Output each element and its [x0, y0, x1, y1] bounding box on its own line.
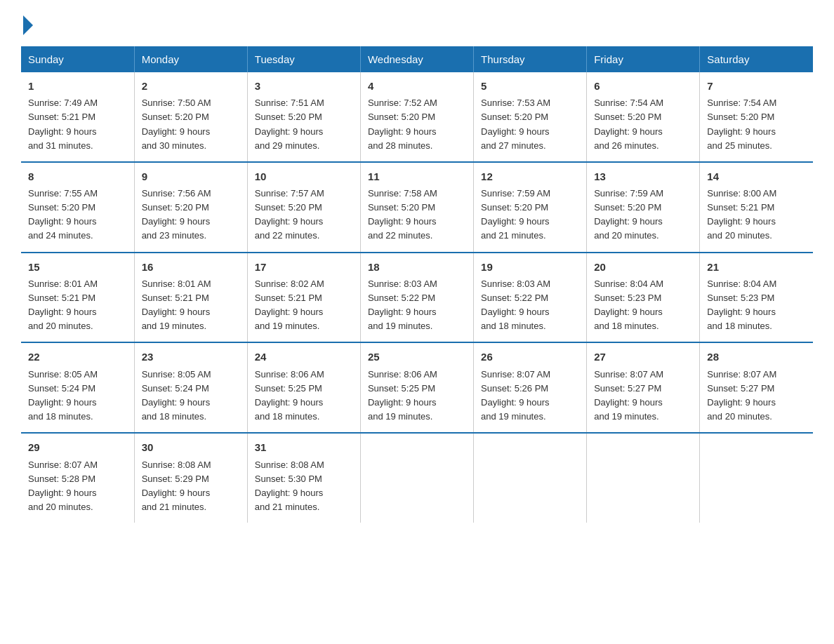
day-number: 1 — [28, 78, 127, 94]
day-info: Sunrise: 7:56 AM Sunset: 5:20 PM Dayligh… — [142, 187, 240, 243]
day-number: 6 — [594, 78, 692, 94]
day-number: 17 — [255, 259, 353, 275]
calendar-day-cell: 24Sunrise: 8:06 AM Sunset: 5:25 PM Dayli… — [247, 342, 360, 433]
day-info: Sunrise: 7:55 AM Sunset: 5:20 PM Dayligh… — [28, 187, 127, 243]
day-number: 11 — [368, 168, 466, 185]
calendar-day-cell: 14Sunrise: 8:00 AM Sunset: 5:21 PM Dayli… — [700, 162, 813, 253]
calendar-day-cell: 10Sunrise: 7:57 AM Sunset: 5:20 PM Dayli… — [247, 162, 360, 253]
day-number: 27 — [594, 349, 692, 365]
day-info: Sunrise: 7:57 AM Sunset: 5:20 PM Dayligh… — [255, 187, 353, 243]
calendar-day-cell: 20Sunrise: 8:04 AM Sunset: 5:23 PM Dayli… — [587, 253, 700, 343]
day-number: 5 — [481, 78, 579, 94]
calendar-week-row: 1Sunrise: 7:49 AM Sunset: 5:21 PM Daylig… — [21, 72, 813, 162]
calendar-day-cell: 13Sunrise: 7:59 AM Sunset: 5:20 PM Dayli… — [587, 162, 700, 253]
calendar-day-cell: 11Sunrise: 7:58 AM Sunset: 5:20 PM Dayli… — [360, 162, 473, 253]
day-number: 25 — [368, 349, 466, 365]
calendar-header-sunday: Sunday — [21, 46, 134, 72]
calendar-day-cell — [587, 433, 700, 523]
day-info: Sunrise: 8:06 AM Sunset: 5:25 PM Dayligh… — [368, 368, 466, 424]
day-number: 20 — [594, 259, 692, 275]
calendar-header-wednesday: Wednesday — [360, 46, 473, 72]
calendar-day-cell: 16Sunrise: 8:01 AM Sunset: 5:21 PM Dayli… — [134, 253, 247, 343]
calendar-day-cell: 25Sunrise: 8:06 AM Sunset: 5:25 PM Dayli… — [360, 342, 473, 433]
calendar-day-cell: 4Sunrise: 7:52 AM Sunset: 5:20 PM Daylig… — [360, 72, 473, 162]
day-number: 15 — [28, 259, 127, 275]
calendar-day-cell: 19Sunrise: 8:03 AM Sunset: 5:22 PM Dayli… — [474, 253, 587, 343]
day-info: Sunrise: 7:54 AM Sunset: 5:20 PM Dayligh… — [594, 96, 692, 153]
page-header — [21, 14, 813, 34]
calendar-day-cell: 26Sunrise: 8:07 AM Sunset: 5:26 PM Dayli… — [474, 342, 587, 433]
day-info: Sunrise: 8:07 AM Sunset: 5:27 PM Dayligh… — [707, 368, 806, 424]
logo — [21, 14, 33, 34]
day-number: 22 — [28, 349, 127, 365]
day-number: 18 — [368, 259, 466, 275]
calendar-header-thursday: Thursday — [474, 46, 587, 72]
calendar-header-friday: Friday — [587, 46, 700, 72]
logo-arrow-icon — [23, 15, 33, 35]
calendar-day-cell: 6Sunrise: 7:54 AM Sunset: 5:20 PM Daylig… — [587, 72, 700, 162]
day-info: Sunrise: 8:05 AM Sunset: 5:24 PM Dayligh… — [142, 368, 240, 424]
day-number: 31 — [255, 439, 353, 455]
day-number: 23 — [142, 349, 240, 365]
calendar-day-cell: 3Sunrise: 7:51 AM Sunset: 5:20 PM Daylig… — [247, 72, 360, 162]
day-number: 9 — [142, 168, 240, 185]
calendar-day-cell: 1Sunrise: 7:49 AM Sunset: 5:21 PM Daylig… — [21, 72, 134, 162]
calendar-day-cell: 27Sunrise: 8:07 AM Sunset: 5:27 PM Dayli… — [587, 342, 700, 433]
day-info: Sunrise: 8:04 AM Sunset: 5:23 PM Dayligh… — [594, 277, 692, 334]
calendar-day-cell: 15Sunrise: 8:01 AM Sunset: 5:21 PM Dayli… — [21, 253, 134, 343]
day-number: 3 — [255, 78, 353, 94]
calendar-table: SundayMondayTuesdayWednesdayThursdayFrid… — [21, 46, 813, 523]
day-number: 14 — [707, 168, 806, 185]
calendar-day-cell — [700, 433, 813, 523]
calendar-day-cell — [474, 433, 587, 523]
day-number: 28 — [707, 349, 806, 365]
calendar-day-cell: 23Sunrise: 8:05 AM Sunset: 5:24 PM Dayli… — [134, 342, 247, 433]
calendar-body: 1Sunrise: 7:49 AM Sunset: 5:21 PM Daylig… — [21, 72, 813, 523]
day-info: Sunrise: 7:58 AM Sunset: 5:20 PM Dayligh… — [368, 187, 466, 243]
day-info: Sunrise: 8:01 AM Sunset: 5:21 PM Dayligh… — [28, 277, 127, 334]
calendar-day-cell: 28Sunrise: 8:07 AM Sunset: 5:27 PM Dayli… — [700, 342, 813, 433]
day-info: Sunrise: 8:07 AM Sunset: 5:28 PM Dayligh… — [28, 458, 127, 515]
day-number: 4 — [368, 78, 466, 94]
day-number: 26 — [481, 349, 579, 365]
day-number: 13 — [594, 168, 692, 185]
calendar-day-cell: 22Sunrise: 8:05 AM Sunset: 5:24 PM Dayli… — [21, 342, 134, 433]
calendar-day-cell: 8Sunrise: 7:55 AM Sunset: 5:20 PM Daylig… — [21, 162, 134, 253]
calendar-day-cell: 17Sunrise: 8:02 AM Sunset: 5:21 PM Dayli… — [247, 253, 360, 343]
calendar-day-cell — [360, 433, 473, 523]
day-number: 16 — [142, 259, 240, 275]
day-number: 29 — [28, 439, 127, 455]
day-number: 24 — [255, 349, 353, 365]
day-info: Sunrise: 8:08 AM Sunset: 5:29 PM Dayligh… — [142, 458, 240, 515]
calendar-header-monday: Monday — [134, 46, 247, 72]
day-info: Sunrise: 8:07 AM Sunset: 5:27 PM Dayligh… — [594, 368, 692, 424]
day-info: Sunrise: 7:53 AM Sunset: 5:20 PM Dayligh… — [481, 96, 579, 153]
calendar-header-row: SundayMondayTuesdayWednesdayThursdayFrid… — [21, 46, 813, 72]
calendar-day-cell: 7Sunrise: 7:54 AM Sunset: 5:20 PM Daylig… — [700, 72, 813, 162]
calendar-week-row: 29Sunrise: 8:07 AM Sunset: 5:28 PM Dayli… — [21, 433, 813, 523]
calendar-header-saturday: Saturday — [700, 46, 813, 72]
day-info: Sunrise: 7:51 AM Sunset: 5:20 PM Dayligh… — [255, 96, 353, 153]
day-info: Sunrise: 8:03 AM Sunset: 5:22 PM Dayligh… — [368, 277, 466, 334]
day-info: Sunrise: 8:07 AM Sunset: 5:26 PM Dayligh… — [481, 368, 579, 424]
day-number: 12 — [481, 168, 579, 185]
day-number: 2 — [142, 78, 240, 94]
day-number: 10 — [255, 168, 353, 185]
day-info: Sunrise: 8:03 AM Sunset: 5:22 PM Dayligh… — [481, 277, 579, 334]
calendar-day-cell: 31Sunrise: 8:08 AM Sunset: 5:30 PM Dayli… — [247, 433, 360, 523]
day-info: Sunrise: 7:49 AM Sunset: 5:21 PM Dayligh… — [28, 96, 127, 153]
calendar-header-tuesday: Tuesday — [247, 46, 360, 72]
day-number: 19 — [481, 259, 579, 275]
calendar-week-row: 8Sunrise: 7:55 AM Sunset: 5:20 PM Daylig… — [21, 162, 813, 253]
calendar-day-cell: 5Sunrise: 7:53 AM Sunset: 5:20 PM Daylig… — [474, 72, 587, 162]
day-info: Sunrise: 8:02 AM Sunset: 5:21 PM Dayligh… — [255, 277, 353, 334]
day-info: Sunrise: 7:52 AM Sunset: 5:20 PM Dayligh… — [368, 96, 466, 153]
calendar-day-cell: 30Sunrise: 8:08 AM Sunset: 5:29 PM Dayli… — [134, 433, 247, 523]
calendar-day-cell: 2Sunrise: 7:50 AM Sunset: 5:20 PM Daylig… — [134, 72, 247, 162]
day-info: Sunrise: 8:00 AM Sunset: 5:21 PM Dayligh… — [707, 187, 806, 243]
day-info: Sunrise: 7:50 AM Sunset: 5:20 PM Dayligh… — [142, 96, 240, 153]
day-info: Sunrise: 8:06 AM Sunset: 5:25 PM Dayligh… — [255, 368, 353, 424]
day-number: 8 — [28, 168, 127, 185]
day-info: Sunrise: 7:54 AM Sunset: 5:20 PM Dayligh… — [707, 96, 806, 153]
day-info: Sunrise: 7:59 AM Sunset: 5:20 PM Dayligh… — [594, 187, 692, 243]
